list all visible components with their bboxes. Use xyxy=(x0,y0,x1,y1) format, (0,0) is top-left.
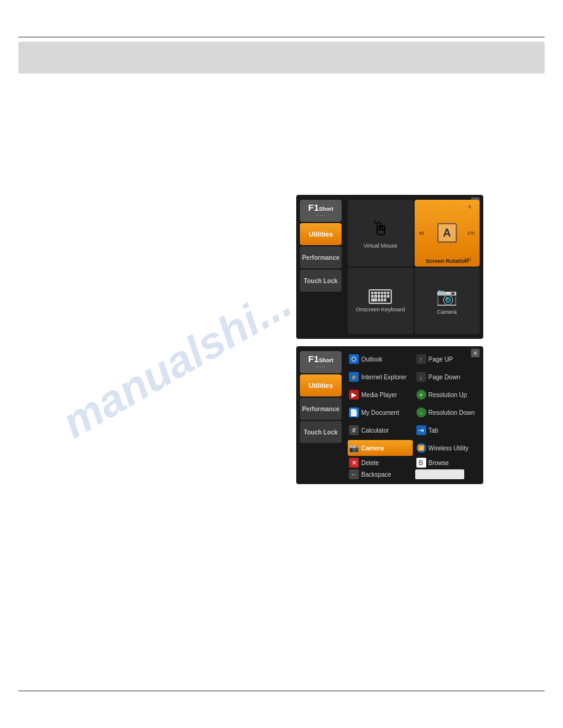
delete-icon: ✕ xyxy=(349,458,359,468)
panel1-utilities-button[interactable]: Utilities xyxy=(300,223,342,245)
panel1-utilities-window: × F1Short ····· Utilities Performance To… xyxy=(296,195,483,339)
camera-label: Camera xyxy=(437,309,457,315)
bottom-horizontal-rule xyxy=(18,691,545,691)
p2-item-pageup[interactable]: ↑ Page UP xyxy=(415,351,480,367)
onscreen-keyboard-cell[interactable]: Onscreen Keyboard xyxy=(348,268,413,335)
ie-label: Internet Explorer xyxy=(361,374,407,381)
camera2-icon: 📷 xyxy=(349,443,359,453)
media-icon: ▶ xyxy=(349,390,359,400)
camera-icon: 📷 xyxy=(436,286,458,306)
p2-item-outlook[interactable]: O Outlook xyxy=(348,351,413,367)
p2-item-browse[interactable]: B Browse xyxy=(415,458,480,468)
rot-center: A xyxy=(437,223,457,243)
calc-icon: # xyxy=(349,425,359,435)
panel2-performance-label: Performance xyxy=(302,406,339,412)
p2-item-camera[interactable]: 📷 Camera xyxy=(348,440,413,456)
wireless-label: Wireless Utility xyxy=(429,445,469,452)
p2-item-ie[interactable]: e Internet Explorer xyxy=(348,369,413,385)
rot-right-label: 270 xyxy=(467,231,475,235)
panel1-sidebar: F1Short ····· Utilities Performance Touc… xyxy=(296,195,345,339)
p2-search-bar[interactable] xyxy=(415,469,464,479)
panel2-performance-button[interactable]: Performance xyxy=(300,398,342,420)
mouse-icon: 🖱 xyxy=(370,218,390,240)
panel2-f1-label: F1Short xyxy=(308,354,333,365)
resup-label: Resolution Up xyxy=(429,392,467,398)
p2-item-backspace[interactable]: ← Backspace xyxy=(348,469,413,479)
pageup-icon: ↑ xyxy=(416,354,426,364)
panel2-f1short-button[interactable]: F1Short ····· xyxy=(300,351,342,373)
resdown-label: Resolution Down xyxy=(429,409,475,416)
screen-rotation-label: Screen Rotation xyxy=(415,258,480,264)
mydoc-icon: 📄 xyxy=(349,408,359,417)
panel2-sidebar: F1Short ····· Utilities Performance Touc… xyxy=(296,346,345,484)
p2-item-resdown[interactable]: - Resolution Down xyxy=(415,404,480,420)
screen-rotation-cell[interactable]: 0 90 A 270 180 Screen Rotation xyxy=(415,200,480,267)
browse-label: Browse xyxy=(429,460,449,466)
ie-icon: e xyxy=(349,372,359,382)
virtual-mouse-label: Virtual Mouse xyxy=(364,243,397,249)
panel2-utilities-window: × F1Short ····· Utilities Performance To… xyxy=(296,346,483,484)
pagedown-icon: ↓ xyxy=(416,372,426,382)
panel2-utilities-label: Utilities xyxy=(308,382,333,389)
rot-top-label: 0 xyxy=(469,205,471,209)
outlook-icon: O xyxy=(349,354,359,364)
resdown-icon: - xyxy=(416,408,426,417)
panel1-touchlock-button[interactable]: Touch Lock xyxy=(300,270,342,292)
outlook-label: Outlook xyxy=(361,356,382,363)
camera-cell[interactable]: 📷 Camera xyxy=(415,268,480,335)
tab-label: Tab xyxy=(429,427,439,434)
rotation-diagram: 0 90 A 270 180 xyxy=(415,200,480,267)
panel2-utilities-button[interactable]: Utilities xyxy=(300,374,342,396)
virtual-mouse-cell[interactable]: 🖱 Virtual Mouse xyxy=(348,200,413,267)
browse-icon: B xyxy=(416,458,426,468)
f1-label: F1Short xyxy=(308,203,333,213)
tab-icon: ⇥ xyxy=(416,425,426,435)
p2-item-mydoc[interactable]: 📄 My Document xyxy=(348,404,413,420)
keyboard-icon xyxy=(369,289,392,304)
p2-item-calc[interactable]: # Calculator xyxy=(348,422,413,438)
backspace-icon: ← xyxy=(349,469,359,479)
performance-label: Performance xyxy=(302,254,339,261)
panel2-touchlock-button[interactable]: Touch Lock xyxy=(300,421,342,443)
onscreen-keyboard-label: Onscreen Keyboard xyxy=(356,306,405,313)
p2-item-delete[interactable]: ✕ Delete xyxy=(348,458,413,468)
panel2-touch-lock-label: Touch Lock xyxy=(304,429,337,436)
panel1-content-grid: 🖱 Virtual Mouse 0 90 A 270 180 Screen Ro… xyxy=(347,195,483,339)
delete-label: Delete xyxy=(361,460,379,466)
wireless-icon: 📶 xyxy=(416,443,426,453)
touch-lock-label: Touch Lock xyxy=(304,278,337,284)
p2-item-resup[interactable]: + Resolution Up xyxy=(415,387,480,403)
pageup-label: Page UP xyxy=(429,356,453,363)
f1-dots: ····· xyxy=(316,213,326,219)
utilities-label: Utilities xyxy=(308,230,333,238)
p2-search-area xyxy=(415,469,480,479)
pagedown-label: Page Down xyxy=(429,374,461,381)
p2-item-media[interactable]: ▶ Media Player xyxy=(348,387,413,403)
resup-icon: + xyxy=(416,390,426,400)
p2-item-pagedown[interactable]: ↓ Page Down xyxy=(415,369,480,385)
top-horizontal-rule xyxy=(18,37,545,37)
p2-item-wireless[interactable]: 📶 Wireless Utility xyxy=(415,440,480,456)
rot-left-label: 90 xyxy=(419,231,424,235)
panel2-content-grid: O Outlook ↑ Page UP e Internet Explorer … xyxy=(348,351,480,479)
calc-label: Calculator xyxy=(361,427,389,434)
header-bar xyxy=(18,42,545,74)
watermark: manualshi... xyxy=(53,276,299,447)
panel1-performance-button[interactable]: Performance xyxy=(300,246,342,268)
panel2-f1-dots: ····· xyxy=(316,365,326,370)
camera2-label: Camera xyxy=(361,445,384,452)
mydoc-label: My Document xyxy=(361,409,399,416)
p2-item-tab[interactable]: ⇥ Tab xyxy=(415,422,480,438)
panel1-f1short-button[interactable]: F1Short ····· xyxy=(300,200,342,222)
media-label: Media Player xyxy=(361,392,397,398)
backspace-label: Backspace xyxy=(361,471,391,478)
